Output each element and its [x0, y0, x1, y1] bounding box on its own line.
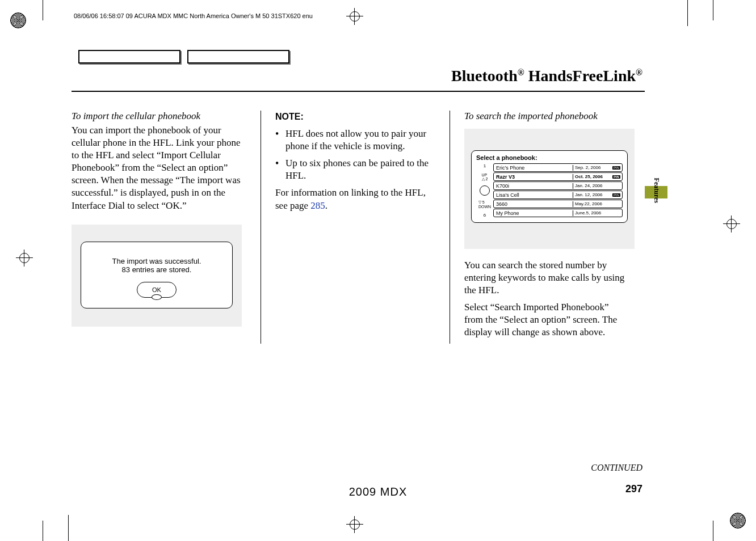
crosshair-icon [346, 516, 363, 533]
crosshair-icon [723, 215, 740, 233]
phonebook-name: Lisa's Cell [494, 192, 573, 198]
title-word-bluetooth: Bluetooth [451, 67, 518, 84]
crop-mark [43, 521, 43, 541]
phonebook-row-5: 3660 May.22, 2006 [493, 200, 623, 208]
pin-icon: PIN [612, 166, 620, 170]
registered-icon: ® [518, 67, 524, 77]
dial-icon [480, 185, 490, 196]
crop-mark [713, 0, 713, 20]
title-word-handsfreelink: HandsFreeLink [524, 67, 636, 84]
note-list: HFL does not allow you to pair your phon… [275, 128, 437, 182]
registration-mark-icon [10, 12, 26, 28]
phonebook-name: My Phone [494, 210, 573, 216]
horizontal-rule [72, 91, 645, 92]
note-label: NOTE: [275, 112, 304, 121]
phonebook-left-controls: 1 UP△ 2 ▽ 5DOWN 6 [476, 163, 493, 218]
pin-icon: PIN [612, 193, 620, 197]
phonebook-name: 3660 [494, 201, 573, 207]
note-bullet-1: HFL does not allow you to pair your phon… [275, 128, 437, 153]
content-columns: To import the cellular phonebook You can… [72, 111, 645, 344]
phonebook-row-4: Lisa's Cell Jan. 12, 2006PIN [493, 191, 623, 199]
column-1: To import the cellular phonebook You can… [72, 111, 261, 344]
phonebook-name: Razr V3 [494, 174, 573, 180]
phonebook-screenshot: Select a phonebook: 1 UP△ 2 ▽ 5DOWN 6 Er… [464, 129, 635, 249]
model-year-label: 2009 MDX [349, 485, 408, 498]
phonebook-date: Jan. 24, 2006 [573, 183, 622, 188]
phonebook-date: June.5, 2006 [573, 210, 622, 215]
column-3: To search the imported phonebook Select … [450, 111, 639, 344]
page-number: 297 [625, 483, 642, 495]
col3-body-2: Select “Search Imported Phonebook” from … [464, 301, 626, 339]
page-link-285[interactable]: 285 [310, 200, 325, 211]
crop-mark [43, 0, 43, 20]
dial-knob-icon [152, 294, 162, 300]
ok-button: OK [137, 282, 177, 298]
down-label: ▽ 5DOWN [478, 200, 491, 209]
section-tab-label: Features [652, 178, 661, 203]
phonebook-date: Oct. 25, 2006PIN [573, 174, 622, 179]
phonebook-row-6: My Phone June.5, 2006 [493, 209, 623, 217]
row-number-6: 6 [484, 213, 486, 218]
note-bullet-2: Up to six phones can be paired to the HF… [275, 157, 437, 182]
crosshair-icon [346, 8, 363, 25]
ok-label: OK [152, 286, 161, 293]
phonebook-panel: Select a phonebook: 1 UP△ 2 ▽ 5DOWN 6 Er… [471, 150, 628, 223]
header-metadata: 08/06/06 16:58:07 09 ACURA MDX MMC North… [74, 12, 313, 19]
col3-body-1: You can search the stored number by ente… [464, 259, 626, 297]
registered-icon: ® [636, 67, 642, 77]
up-label: UP△ 2 [482, 173, 488, 181]
col3-subheading: To search the imported phonebook [464, 111, 626, 122]
page-title: Bluetooth® HandsFreeLink® [451, 67, 642, 85]
header-box-left [78, 50, 180, 64]
phonebook-title: Select a phonebook: [476, 154, 623, 161]
crop-mark [68, 515, 69, 541]
row-number-1: 1 [484, 163, 486, 168]
crop-mark [713, 521, 713, 541]
continued-label: CONTINUED [591, 463, 642, 473]
col1-body: You can import the phonebook of your cel… [72, 124, 248, 212]
import-success-line2: 83 entries are stored. [87, 265, 226, 274]
phonebook-date: Sep. 2, 2006PIN [573, 165, 622, 170]
phonebook-table: Eric's Phone Sep. 2, 2006PIN Razr V3 Oct… [493, 163, 623, 218]
col1-subheading: To import the cellular phonebook [72, 111, 248, 122]
import-success-line1: The import was successful. [87, 257, 226, 265]
phonebook-name: K700i [494, 183, 573, 189]
phonebook-row-3: K700i Jan. 24, 2006 [493, 181, 623, 190]
linking-info-text-a: For information on linking to the HFL, s… [275, 187, 426, 210]
crop-mark [687, 0, 688, 26]
linking-info-text-b: . [325, 200, 327, 211]
phonebook-row-2-selected: Razr V3 Oct. 25, 2006PIN [493, 172, 623, 181]
linking-info: For information on linking to the HFL, s… [275, 187, 437, 212]
crosshair-icon [16, 250, 33, 267]
note-block: NOTE: [275, 111, 437, 123]
phonebook-date: Jan. 12, 2006PIN [573, 192, 622, 197]
import-success-screenshot: The import was successful. 83 entries ar… [72, 225, 242, 327]
column-2: NOTE: HFL does not allow you to pair you… [261, 111, 450, 344]
phonebook-name: Eric's Phone [494, 165, 573, 171]
phonebook-row-1: Eric's Phone Sep. 2, 2006PIN [493, 163, 623, 172]
registration-mark-icon [730, 513, 746, 529]
import-success-panel: The import was successful. 83 entries ar… [81, 242, 233, 308]
phonebook-date: May.22, 2006 [573, 201, 622, 206]
header-box-right [187, 50, 289, 64]
pin-icon: PIN [612, 175, 620, 179]
